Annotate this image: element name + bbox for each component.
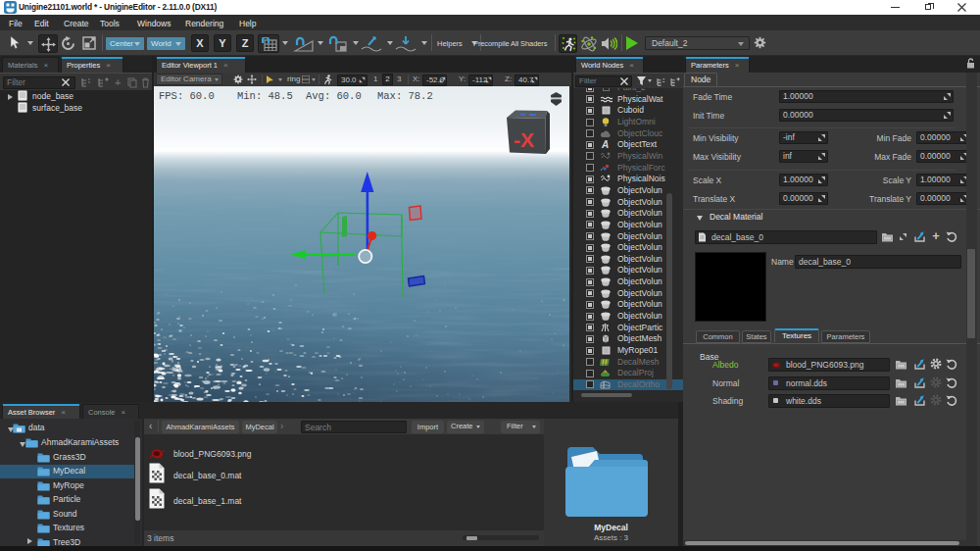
- svg-text:Avg: 60.0: Avg: 60.0: [306, 90, 362, 102]
- svg-text:Min: 48.5: Min: 48.5: [237, 90, 293, 102]
- svg-text:-X: -X: [514, 128, 534, 151]
- svg-text:FPS: 60.0: FPS: 60.0: [159, 90, 215, 102]
- svg-text:Max: 78.2: Max: 78.2: [377, 90, 433, 102]
